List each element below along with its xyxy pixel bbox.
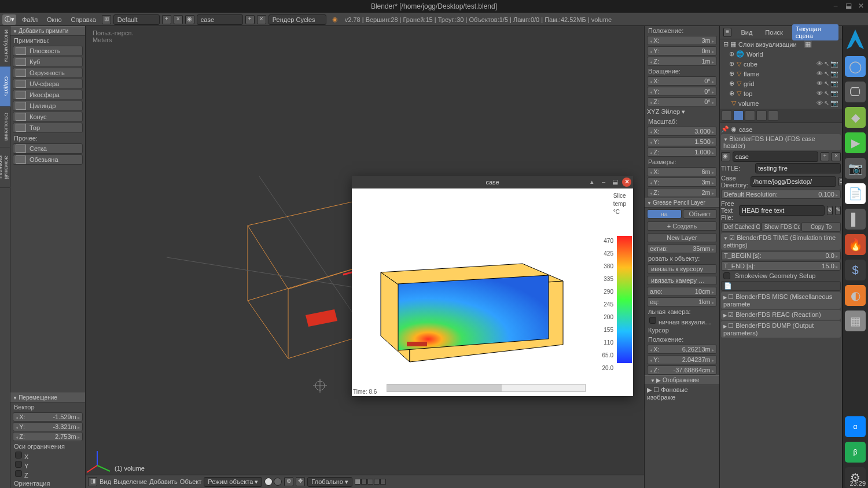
- ctx-constraint-icon[interactable]: [768, 110, 778, 121]
- fds-misc-header[interactable]: ☐ BlenderFDS MISC (Miscellaneous paramet…: [721, 292, 841, 309]
- ctx-scene-icon[interactable]: [733, 110, 744, 121]
- lock-to-cursor[interactable]: ивязать к курсору: [647, 264, 717, 273]
- dock-app3-icon[interactable]: ▦: [845, 310, 866, 331]
- clip-end[interactable]: ец:1km: [647, 297, 717, 306]
- layout-add-icon[interactable]: +: [162, 15, 171, 24]
- axis-x-check[interactable]: [15, 452, 22, 459]
- translate-header[interactable]: Перемещение: [10, 393, 85, 402]
- smv-slot[interactable]: 📄: [721, 281, 841, 291]
- menu-add[interactable]: Добавить: [149, 478, 178, 485]
- dock-app2-icon[interactable]: ▶: [845, 132, 866, 153]
- rot-z[interactable]: Z:0°: [647, 97, 717, 106]
- ctx-object-icon[interactable]: [756, 110, 767, 121]
- tend-field[interactable]: T_END [s]:15.0: [721, 261, 841, 271]
- outliner-item-flame[interactable]: ⊕ ▽ flame👁↖📷: [720, 69, 842, 79]
- prim-plane[interactable]: Плоскость: [13, 46, 83, 56]
- cursor-icon[interactable]: ↖: [824, 60, 829, 68]
- add-primitive-header[interactable]: Добавить примити: [10, 26, 85, 36]
- tbegin-field[interactable]: T_BEGIN [s]:0.0: [721, 251, 841, 260]
- default-res-field[interactable]: Default Resolution:0.100: [721, 190, 841, 199]
- tab-create[interactable]: Создать: [0, 66, 10, 107]
- orientation-dropdown[interactable]: Глобально ▾: [307, 477, 352, 487]
- outliner-tab-view[interactable]: Вид: [737, 28, 756, 37]
- popup-close-icon[interactable]: ✕: [622, 178, 631, 187]
- outliner-editor-icon[interactable]: ≡: [723, 28, 731, 37]
- edit-icon[interactable]: ✎: [835, 206, 841, 215]
- dock-alpha-icon[interactable]: α: [845, 416, 866, 437]
- menu-window[interactable]: Окно: [43, 15, 65, 24]
- title-input[interactable]: [755, 163, 841, 173]
- ctx-world-icon[interactable]: [745, 110, 755, 121]
- lock-camera[interactable]: ивязать камеру …: [647, 276, 717, 285]
- dock-fire-icon[interactable]: 🔥: [845, 234, 866, 255]
- prim-circle[interactable]: Окружность: [13, 68, 83, 78]
- render-icon[interactable]: 📷: [830, 60, 838, 68]
- layer-buttons[interactable]: [355, 479, 386, 485]
- loc-x[interactable]: X:3m: [647, 36, 717, 45]
- popup-titlebar[interactable]: case ▴ – ⬓ ✕: [352, 176, 633, 188]
- fds-head-header[interactable]: BlenderFDS HEAD (FDS case header): [721, 134, 841, 150]
- prim-cylinder[interactable]: Цилиндр: [13, 101, 83, 111]
- rot-y[interactable]: Y:0°: [647, 87, 717, 96]
- translate-z[interactable]: Z:2.753m: [13, 432, 83, 441]
- loc-y[interactable]: Y:0m: [647, 46, 717, 56]
- layout-dropdown[interactable]: Default: [113, 14, 160, 25]
- translate-y[interactable]: Y:-3.321m: [13, 422, 83, 431]
- window-maximize-icon[interactable]: ⬓: [844, 1, 853, 10]
- popup-max-icon[interactable]: ⬓: [610, 178, 620, 187]
- new-layer-button[interactable]: New Layer: [647, 233, 717, 242]
- axis-z-check[interactable]: [15, 470, 22, 477]
- menu-object[interactable]: Объект: [180, 478, 201, 485]
- limit-vis-check[interactable]: [649, 317, 656, 324]
- pivot-icon[interactable]: ⊕: [284, 477, 293, 486]
- fds-time-header[interactable]: ☑ BlenderFDS TIME (Simulation time setti…: [721, 233, 841, 250]
- dir-input[interactable]: [751, 176, 836, 187]
- shading-mode-buttons[interactable]: [264, 478, 282, 486]
- def-cached-button[interactable]: Def Cached G…: [721, 222, 760, 232]
- window-minimize-icon[interactable]: –: [831, 1, 840, 10]
- smokeview-window[interactable]: case ▴ – ⬓ ✕ Slicetemp°C 470425380 33529…: [352, 176, 633, 396]
- dim-y[interactable]: Y:3m: [647, 178, 717, 187]
- translate-x[interactable]: X:-1.529m: [13, 412, 83, 422]
- popup-up-icon[interactable]: ▴: [587, 178, 597, 187]
- prim-cone[interactable]: Конус: [13, 112, 83, 122]
- blender-logo-icon[interactable]: ⓘ▾: [2, 14, 16, 25]
- dock-app1-icon[interactable]: ◆: [845, 107, 866, 128]
- fds-dump-header[interactable]: ☐ BlenderFDS DUMP (Output parameters): [721, 321, 841, 338]
- dock-blender-icon[interactable]: ◐: [845, 285, 866, 306]
- eye-icon[interactable]: 👁: [816, 60, 823, 68]
- dock-files-icon[interactable]: 🖵: [845, 82, 866, 102]
- gp-header[interactable]: Grease Pencil Layer: [645, 198, 719, 208]
- scale-y[interactable]: Y:1.500: [647, 137, 717, 146]
- show-fds-button[interactable]: Show FDS Code: [762, 222, 801, 232]
- fds-reac-header[interactable]: ☑ BlenderFDS REAC (Reaction): [721, 310, 841, 320]
- menu-file[interactable]: Файл: [19, 15, 41, 24]
- free-text-input[interactable]: [739, 205, 825, 216]
- rotation-mode-dropdown[interactable]: XYZ Эйлер ▾: [647, 108, 717, 116]
- scene-name-input[interactable]: [733, 151, 818, 162]
- cursor-z[interactable]: Z:-37.68864cm: [647, 365, 717, 375]
- scene-del-icon[interactable]: ×: [257, 15, 266, 24]
- tab-relations[interactable]: Отношения: [0, 107, 10, 147]
- layout-icon[interactable]: ⊞: [102, 15, 111, 24]
- outliner-item-grid[interactable]: ⊕ ▽ grid👁↖📷: [720, 79, 842, 88]
- smv-check[interactable]: [723, 272, 730, 279]
- cursor-y[interactable]: Y:2.04237m: [647, 355, 717, 364]
- mode-dropdown[interactable]: Режим объекта ▾: [204, 477, 262, 487]
- tab-tools[interactable]: Инструменты: [0, 26, 10, 66]
- rot-x[interactable]: X:0°: [647, 76, 717, 86]
- bg-images-header[interactable]: ▶ ☐ Фоновые изображе: [645, 385, 719, 402]
- tab-object[interactable]: Объект: [683, 209, 718, 219]
- manipulator-icon[interactable]: ✥: [296, 477, 305, 486]
- scene-icon[interactable]: ◉: [185, 15, 194, 24]
- axis-y-check[interactable]: [15, 461, 22, 468]
- scale-z[interactable]: Z:1.000: [647, 147, 717, 157]
- dock-chromium-icon[interactable]: ◯: [845, 56, 866, 77]
- layout-del-icon[interactable]: ×: [174, 15, 183, 24]
- menu-select[interactable]: Выделение: [113, 478, 147, 485]
- scene-id-icon[interactable]: ◉: [721, 152, 730, 161]
- outliner-tab-search[interactable]: Поиск: [762, 28, 786, 37]
- prim-grid[interactable]: Сетка: [13, 143, 83, 154]
- outliner-item-top[interactable]: ⊕ ▽ top👁↖📷: [720, 88, 842, 98]
- dock-beta-icon[interactable]: β: [845, 442, 866, 463]
